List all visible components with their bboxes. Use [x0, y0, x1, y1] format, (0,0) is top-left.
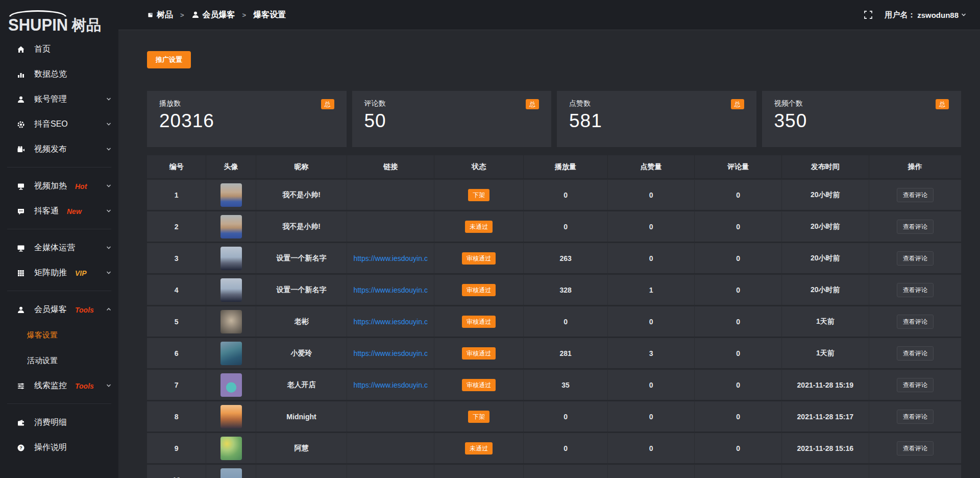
- sidebar-item-会员爆客[interactable]: 会员爆客Tools: [0, 297, 118, 322]
- cell-actions: 查看评论: [869, 210, 961, 242]
- column-header-播放量: 播放量: [524, 155, 607, 178]
- cell-status: 下架: [434, 178, 524, 210]
- video-link[interactable]: https://www.iesdouyin.c: [353, 381, 428, 389]
- sidebar-item-首页[interactable]: 首页: [0, 37, 118, 62]
- cell-actions: 查看评论: [869, 273, 961, 305]
- cell-likes: 0: [608, 242, 695, 273]
- sidebar-subitem-活动设置[interactable]: 活动设置: [0, 348, 118, 373]
- avatar: [220, 278, 242, 302]
- cell-status: 未通过: [434, 432, 524, 463]
- sidebar-item-label: 数据总览: [34, 69, 67, 80]
- view-comments-button[interactable]: 查看评论: [897, 251, 934, 266]
- sidebar-item-操作说明[interactable]: ?操作说明: [0, 435, 118, 460]
- status-badge: 审核通过: [462, 347, 496, 360]
- cell-id: 4: [147, 273, 206, 305]
- cell-link: https://www.iesdouyin.c: [347, 305, 434, 337]
- cell-plays: [524, 463, 607, 478]
- column-header-发布时间: 发布时间: [782, 155, 869, 178]
- cell-likes: 3: [608, 337, 695, 368]
- sliders-icon: [16, 381, 26, 391]
- nav-divider: [7, 229, 111, 229]
- cell-id: 7: [147, 368, 206, 400]
- cell-time: [782, 463, 869, 478]
- view-comments-button[interactable]: 查看评论: [897, 188, 934, 202]
- cell-likes: 0: [608, 432, 695, 463]
- cell-comments: 0: [695, 178, 782, 210]
- cell-actions: 查看评论: [869, 178, 961, 210]
- cell-nickname: 我不是小帅!: [256, 178, 348, 210]
- stat-card-视频个数: 视频个数350总: [762, 91, 962, 147]
- breadcrumb-separator: >: [242, 11, 247, 19]
- user-icon: [191, 11, 200, 19]
- video-link[interactable]: https://www.iesdouyin.c: [353, 349, 428, 357]
- sidebar-item-label: 操作说明: [34, 442, 67, 453]
- cell-avatar: [206, 178, 256, 210]
- chevron-up-icon: [106, 305, 112, 315]
- sidebar-subitem-爆客设置[interactable]: 爆客设置: [0, 322, 118, 348]
- chevron-down-icon: [106, 244, 112, 253]
- breadcrumb-item-会员爆客[interactable]: 会员爆客: [191, 10, 235, 20]
- sidebar-item-抖音SEO[interactable]: 抖音SEO: [0, 112, 118, 137]
- sidebar-item-矩阵助推[interactable]: 矩阵助推VIP: [0, 260, 118, 285]
- view-comments-button[interactable]: 查看评论: [897, 283, 934, 297]
- sidebar-item-视频加热[interactable]: 视频加热Hot: [0, 174, 118, 199]
- cell-link: [347, 432, 434, 463]
- chevron-down-icon: [106, 120, 112, 129]
- chevron-down-icon: [106, 182, 112, 191]
- stat-cards: 播放数20316总评论数50总点赞数581总视频个数350总: [147, 91, 961, 147]
- cell-likes: 0: [608, 400, 695, 432]
- cell-avatar: [206, 400, 256, 432]
- cell-link: [347, 463, 434, 478]
- user-menu[interactable]: 用户名：zswodun88: [885, 10, 967, 20]
- cell-link: [347, 178, 434, 210]
- video-link[interactable]: https://www.iesdouyin.c: [353, 254, 428, 262]
- cell-plays: 0: [524, 210, 607, 242]
- fullscreen-icon[interactable]: [863, 10, 873, 20]
- cell-id: 2: [147, 210, 206, 242]
- sidebar-item-数据总览[interactable]: 数据总览: [0, 62, 118, 87]
- sidebar-item-badge: Tools: [75, 382, 94, 390]
- cell-plays: 35: [524, 368, 607, 400]
- view-comments-button[interactable]: 查看评论: [897, 346, 934, 361]
- cell-time: 1天前: [782, 337, 869, 368]
- view-comments-button[interactable]: 查看评论: [897, 441, 934, 456]
- cell-status: 审核通过: [434, 368, 524, 400]
- avatar: [220, 310, 242, 333]
- sidebar-item-label: 首页: [34, 44, 51, 55]
- cell-status: 未通过: [434, 210, 524, 242]
- status-badge: 下架: [468, 411, 489, 423]
- logo-arc-decoration: [9, 10, 66, 17]
- stat-card-value: 50: [364, 110, 540, 132]
- video-link[interactable]: https://www.iesdouyin.c: [353, 318, 428, 326]
- table-row: 7老人开店https://www.iesdouyin.c审核通过35002021…: [147, 368, 961, 400]
- total-badge: 总: [731, 99, 744, 109]
- status-badge: 未通过: [465, 221, 493, 233]
- status-badge: 审核通过: [462, 316, 496, 328]
- camera-icon: [16, 145, 26, 154]
- sidebar-item-抖客通[interactable]: 抖客通New: [0, 199, 118, 224]
- sidebar-item-全媒体运营[interactable]: 全媒体运营: [0, 235, 118, 260]
- home-icon: [16, 45, 26, 54]
- sidebar-item-label: 矩阵助推: [34, 268, 67, 278]
- cell-time: 20小时前: [782, 273, 869, 305]
- cell-actions: 查看评论: [869, 368, 961, 400]
- sidebar-item-label: 全媒体运营: [34, 243, 75, 253]
- stat-card-点赞数: 点赞数581总: [557, 91, 756, 147]
- promo-settings-button[interactable]: 推广设置: [147, 51, 191, 68]
- sidebar-item-视频发布[interactable]: 视频发布: [0, 137, 118, 162]
- cell-status: 审核通过: [434, 337, 524, 368]
- video-link[interactable]: https://www.iesdouyin.c: [353, 286, 428, 294]
- cell-likes: 0: [608, 368, 695, 400]
- view-comments-button[interactable]: 查看评论: [897, 315, 934, 329]
- view-comments-button[interactable]: 查看评论: [897, 410, 934, 424]
- breadcrumb-item-树品[interactable]: 树品: [147, 10, 173, 20]
- username-value: zswodun88: [917, 11, 959, 19]
- cell-comments: 0: [695, 305, 782, 337]
- cell-id: 9: [147, 432, 206, 463]
- sidebar-item-消费明细[interactable]: 消费明细: [0, 410, 118, 435]
- sidebar-item-线索监控[interactable]: 线索监控Tools: [0, 373, 118, 398]
- stat-card-label: 视频个数: [774, 99, 949, 108]
- view-comments-button[interactable]: 查看评论: [897, 378, 934, 392]
- view-comments-button[interactable]: 查看评论: [897, 220, 934, 234]
- sidebar-item-账号管理[interactable]: 账号管理: [0, 87, 118, 112]
